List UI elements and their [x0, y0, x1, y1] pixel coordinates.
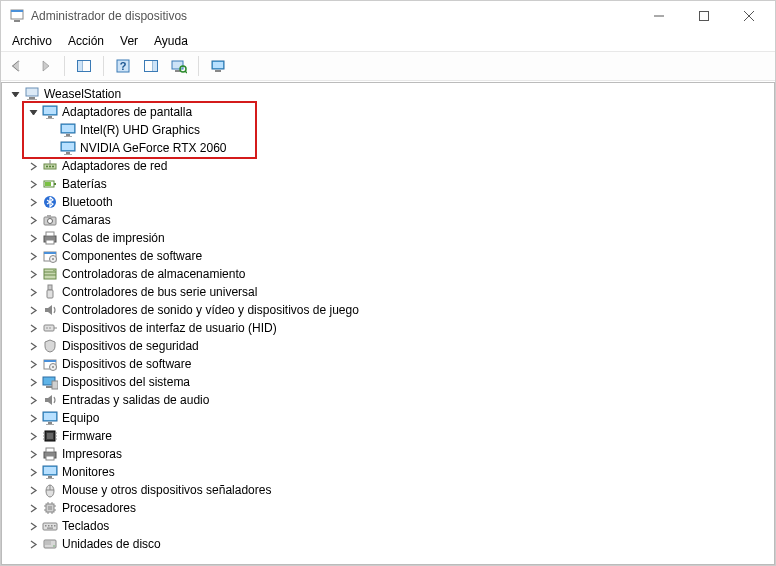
svg-rect-16: [175, 70, 180, 72]
tree-node-label: NVIDIA GeForce RTX 2060: [79, 139, 228, 157]
chevron-right-icon[interactable]: [27, 304, 39, 316]
chevron-right-icon[interactable]: [27, 412, 39, 424]
tree-node-label: Procesadores: [61, 499, 137, 517]
tree-category-node[interactable]: Dispositivos de interfaz de usuario (HID…: [2, 319, 774, 337]
tree-node-label: Dispositivos del sistema: [61, 373, 191, 391]
scan-hardware-button[interactable]: [167, 54, 191, 78]
chevron-right-icon[interactable]: [27, 448, 39, 460]
audio-io-icon: [42, 392, 58, 408]
tree-category-node[interactable]: Controladores de bus serie universal: [2, 283, 774, 301]
back-button[interactable]: [5, 54, 29, 78]
svg-rect-22: [26, 88, 38, 96]
help-button[interactable]: ?: [111, 54, 135, 78]
tree-category-node[interactable]: Cámaras: [2, 211, 774, 229]
menubar: Archivo Acción Ver Ayuda: [1, 31, 775, 51]
tree-node-label: Teclados: [61, 517, 110, 535]
chevron-right-icon[interactable]: [27, 484, 39, 496]
chevron-down-icon[interactable]: [9, 88, 21, 100]
hid-icon: [42, 320, 58, 336]
toolbar: ?: [1, 51, 775, 81]
chevron-right-icon[interactable]: [27, 376, 39, 388]
menu-view[interactable]: Ver: [113, 32, 145, 50]
tree-category-node[interactable]: Entradas y salidas de audio: [2, 391, 774, 409]
action-pane-button[interactable]: [139, 54, 163, 78]
forward-button[interactable]: [33, 54, 57, 78]
tree-category-node[interactable]: Dispositivos del sistema: [2, 373, 774, 391]
tree-category-node[interactable]: Teclados: [2, 517, 774, 535]
remote-computer-button[interactable]: [206, 54, 230, 78]
maximize-button[interactable]: [681, 1, 726, 31]
svg-rect-51: [46, 240, 54, 244]
tree-node-label: Baterías: [61, 175, 108, 193]
tree-category-node[interactable]: Componentes de software: [2, 247, 774, 265]
chevron-right-icon[interactable]: [27, 466, 39, 478]
svg-rect-96: [48, 506, 52, 510]
tree-device-display-adapter-1[interactable]: NVIDIA GeForce RTX 2060: [2, 139, 774, 157]
tree-category-node[interactable]: Baterías: [2, 175, 774, 193]
svg-rect-50: [46, 232, 54, 236]
chevron-right-icon[interactable]: [27, 196, 39, 208]
chevron-right-icon[interactable]: [27, 322, 39, 334]
svg-rect-9: [78, 61, 82, 71]
chevron-down-icon[interactable]: [27, 106, 39, 118]
svg-point-69: [52, 366, 54, 368]
chevron-right-icon[interactable]: [27, 160, 39, 172]
close-button[interactable]: [726, 1, 771, 31]
chevron-right-icon[interactable]: [27, 394, 39, 406]
svg-point-47: [48, 219, 53, 224]
menu-file[interactable]: Archivo: [5, 32, 59, 50]
tree-category-node[interactable]: Monitores: [2, 463, 774, 481]
chevron-right-icon[interactable]: [27, 538, 39, 550]
chevron-right-icon[interactable]: [27, 178, 39, 190]
menu-action[interactable]: Acción: [61, 32, 111, 50]
svg-rect-87: [46, 456, 54, 460]
tree-category-display-adapters[interactable]: Adaptadores de pantalla: [2, 103, 774, 121]
usb-icon: [42, 284, 58, 300]
svg-rect-30: [62, 125, 74, 132]
device-tree[interactable]: WeaselStationAdaptadores de pantallaInte…: [2, 83, 774, 557]
chevron-right-icon[interactable]: [27, 520, 39, 532]
svg-rect-23: [29, 97, 35, 99]
tree-device-display-adapter-0[interactable]: Intel(R) UHD Graphics: [2, 121, 774, 139]
chevron-right-icon[interactable]: [27, 358, 39, 370]
tree-category-node[interactable]: Dispositivos de software: [2, 355, 774, 373]
tree-category-node[interactable]: Adaptadores de red: [2, 157, 774, 175]
svg-rect-26: [44, 107, 56, 114]
tree-category-node[interactable]: Colas de impresión: [2, 229, 774, 247]
svg-rect-106: [45, 525, 47, 527]
tree-node-label: Entradas y salidas de audio: [61, 391, 210, 409]
tree-category-node[interactable]: Mouse y otros dispositivos señaladores: [2, 481, 774, 499]
tree-category-node[interactable]: Bluetooth: [2, 193, 774, 211]
tree-root-node[interactable]: WeaselStation: [2, 85, 774, 103]
tree-category-node[interactable]: Dispositivos de seguridad: [2, 337, 774, 355]
tree-node-label: Monitores: [61, 463, 116, 481]
tree-node-label: WeaselStation: [43, 85, 122, 103]
tree-category-node[interactable]: Unidades de disco: [2, 535, 774, 553]
svg-rect-67: [44, 360, 56, 362]
chevron-right-icon[interactable]: [27, 502, 39, 514]
chevron-right-icon[interactable]: [27, 214, 39, 226]
chevron-right-icon[interactable]: [27, 268, 39, 280]
chevron-right-icon[interactable]: [27, 232, 39, 244]
software-component-icon: [42, 248, 58, 264]
svg-rect-31: [66, 134, 70, 136]
svg-point-39: [49, 166, 51, 168]
tree-category-node[interactable]: Impresoras: [2, 445, 774, 463]
svg-rect-43: [54, 183, 56, 185]
chevron-right-icon[interactable]: [27, 286, 39, 298]
tree-category-node[interactable]: Procesadores: [2, 499, 774, 517]
menu-help[interactable]: Ayuda: [147, 32, 195, 50]
svg-rect-110: [47, 528, 53, 529]
tree-category-node[interactable]: Firmware: [2, 427, 774, 445]
tree-node-label: Firmware: [61, 427, 113, 445]
minimize-button[interactable]: [636, 1, 681, 31]
tree-category-node[interactable]: Controladoras de almacenamiento: [2, 265, 774, 283]
chevron-right-icon[interactable]: [27, 430, 39, 442]
svg-text:?: ?: [120, 60, 127, 72]
tree-category-node[interactable]: Controladores de sonido y vídeo y dispos…: [2, 301, 774, 319]
show-hide-console-tree-button[interactable]: [72, 54, 96, 78]
tree-category-node[interactable]: Equipo: [2, 409, 774, 427]
chevron-right-icon[interactable]: [27, 250, 39, 262]
svg-rect-24: [27, 99, 37, 100]
chevron-right-icon[interactable]: [27, 340, 39, 352]
